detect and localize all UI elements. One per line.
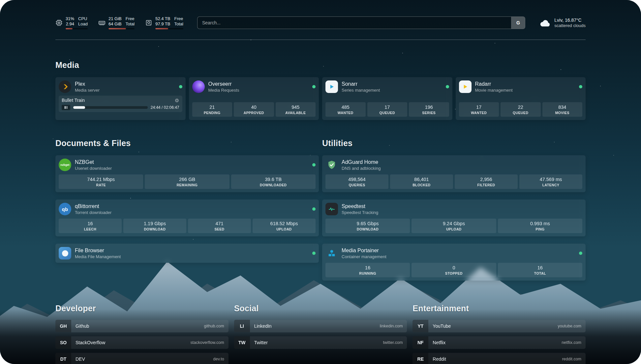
status-dot — [579, 252, 582, 255]
bookmark-name: Github — [71, 320, 204, 332]
pause-button[interactable] — [62, 105, 70, 110]
bookmark-group-developer: Developer GH Github github.com SO StackO… — [55, 304, 229, 364]
weather-condition: scattered clouds — [554, 23, 586, 28]
section-title-utilities: Utilities — [322, 138, 586, 148]
stat-pending: 21 PENDING — [192, 102, 232, 117]
bookmark-twitter[interactable]: TW Twitter twitter.com — [234, 336, 407, 349]
stat-download: 1.19 Gbps DOWNLOAD — [123, 219, 186, 233]
disk-label-bottom: Total — [174, 21, 183, 27]
service-card-sonarr[interactable]: Sonarr Series management 485 WANTED 17 Q… — [322, 77, 452, 120]
service-name: Overseerr — [208, 81, 239, 87]
bookmark-github[interactable]: GH Github github.com — [55, 320, 229, 332]
service-subtitle: Media server — [75, 87, 100, 93]
bookmark-abbr: GH — [55, 320, 71, 332]
service-card-qbittorrent[interactable]: qb qBittorrent Torrent downloader 16 LEE… — [55, 199, 319, 236]
service-card-overseerr[interactable]: Overseerr Media Requests 21 PENDING 40 A… — [189, 77, 319, 120]
bookmark-youtube[interactable]: YT YouTube youtube.com — [412, 320, 586, 332]
stat-running: 16 RUNNING — [325, 263, 410, 277]
bookmark-name: Reddit — [428, 353, 562, 364]
stat-upload: 618.52 Mbps UPLOAD — [253, 219, 316, 233]
stat-remaining: 266 GB REMAINING — [145, 174, 229, 189]
stat-rate: 744.21 Mbps RATE — [59, 174, 143, 189]
service-card-filebrowser[interactable]: File Browser Media File Management — [55, 244, 319, 263]
search-provider-button[interactable]: G — [511, 17, 525, 29]
memory-label-top: Free — [126, 16, 135, 21]
bookmark-stackoverflow[interactable]: SO StackOverflow stackoverflow.com — [55, 336, 229, 349]
section-documents: Documents & Files nzbget NZBGet Usenet d… — [55, 127, 319, 263]
qbittorrent-icon: qb — [59, 203, 71, 215]
bookmark-abbr: LI — [234, 320, 250, 332]
cpu-icon — [55, 19, 63, 26]
cpu-percent: 31% — [66, 16, 74, 21]
bookmark-domain: twitter.com — [383, 336, 407, 349]
service-name: AdGuard Home — [342, 159, 381, 166]
service-card-plex[interactable]: Plex Media server Bullet Train ⚙ — [55, 77, 186, 120]
service-card-nzbget[interactable]: nzbget NZBGet Usenet downloader 744.21 M… — [55, 155, 319, 192]
bookmark-dev[interactable]: DT DEV dev.to — [55, 353, 229, 364]
bookmark-domain: youtube.com — [558, 320, 586, 332]
service-card-radarr[interactable]: Radarr Movie management 17 WANTED 22 QUE… — [456, 77, 586, 120]
stat-latency: 47.569 ms LATENCY — [519, 174, 582, 189]
stat-movies: 834 MOVIES — [542, 102, 583, 117]
stat-download: 9.65 Gbps DOWNLOAD — [325, 219, 410, 233]
disk-widget: 52.4 TB 97.9 TB Free Total — [145, 16, 183, 29]
stars-decoration — [0, 0, 1, 1]
filebrowser-icon — [59, 247, 71, 259]
bookmark-linkedin[interactable]: LI LinkedIn linkedin.com — [234, 320, 407, 332]
section-utilities: Utilities AdGuard Home — [322, 127, 586, 281]
service-name: File Browser — [75, 247, 121, 254]
gear-icon[interactable]: ⚙ — [175, 98, 179, 103]
memory-usage-bar — [108, 28, 135, 29]
bookmark-abbr: DT — [55, 353, 71, 364]
adguard-icon — [325, 159, 338, 171]
stat-ping: 0.993 ms PING — [498, 219, 582, 233]
now-playing-title: Bullet Train — [62, 98, 85, 103]
bookmark-group-social: Social LI LinkedIn linkedin.com TW Twitt… — [234, 304, 407, 349]
bookmark-abbr: RE — [412, 353, 428, 364]
overseerr-icon — [192, 80, 205, 93]
stat-downloaded: 39.6 TB DOWNLOADED — [231, 174, 316, 189]
memory-widget: 21 GiB 64 GiB Free Total — [98, 16, 135, 29]
stat-queries: 498,564 QUERIES — [325, 174, 388, 189]
stat-queued: 17 QUEUED — [367, 102, 408, 117]
service-card-adguard[interactable]: AdGuard Home DNS and adblocking 498,564 … — [322, 155, 586, 192]
disk-icon — [145, 19, 152, 26]
status-dot — [579, 85, 582, 88]
service-card-speedtest[interactable]: Speedtest Speedtest Tracking 9.65 Gbps D… — [322, 199, 586, 236]
service-name: NZBGet — [75, 159, 112, 166]
bookmark-netflix[interactable]: NF Netflix netflix.com — [412, 336, 586, 349]
service-name: Plex — [75, 81, 100, 87]
resource-widgets: 31% 2.94 CPU Load — [55, 16, 183, 29]
stat-series: 196 SERIES — [409, 102, 449, 117]
plex-icon — [59, 80, 71, 93]
bookmark-reddit[interactable]: RE Reddit reddit.com — [412, 353, 586, 364]
bookmark-domain: linkedin.com — [380, 320, 407, 332]
search-input[interactable] — [198, 17, 511, 29]
stat-queued: 22 QUEUED — [501, 102, 541, 117]
portainer-icon — [325, 247, 338, 259]
status-dot — [312, 85, 316, 88]
disk-usage-bar — [155, 28, 183, 29]
weather-location: Lviv, 16.87°C — [554, 17, 586, 23]
bookmark-name: DEV — [71, 353, 213, 364]
radarr-icon — [459, 80, 472, 93]
bookmark-abbr: SO — [55, 336, 71, 349]
stat-leech: 16 LEECH — [59, 219, 122, 233]
status-dot — [179, 85, 182, 88]
service-name: Radarr — [475, 81, 513, 87]
cpu-usage-bar — [66, 28, 88, 29]
playback-progress-bar[interactable] — [73, 106, 148, 109]
service-card-portainer[interactable]: Media Portainer Container management 16 … — [322, 244, 586, 281]
bookmark-name: YouTube — [428, 320, 558, 332]
bookmark-domain: reddit.com — [562, 353, 586, 364]
stat-stopped: 0 STOPPED — [412, 263, 496, 277]
bookmark-abbr: YT — [412, 320, 428, 332]
topbar-divider — [55, 40, 586, 40]
bookmark-domain: stackoverflow.com — [191, 336, 229, 349]
stat-filtered: 2,956 FILTERED — [455, 174, 518, 189]
section-title-developer: Developer — [55, 304, 229, 313]
stat-wanted: 485 WANTED — [325, 102, 366, 117]
status-dot — [312, 252, 316, 255]
bookmark-name: LinkedIn — [250, 320, 380, 332]
bookmark-abbr: TW — [234, 336, 250, 349]
